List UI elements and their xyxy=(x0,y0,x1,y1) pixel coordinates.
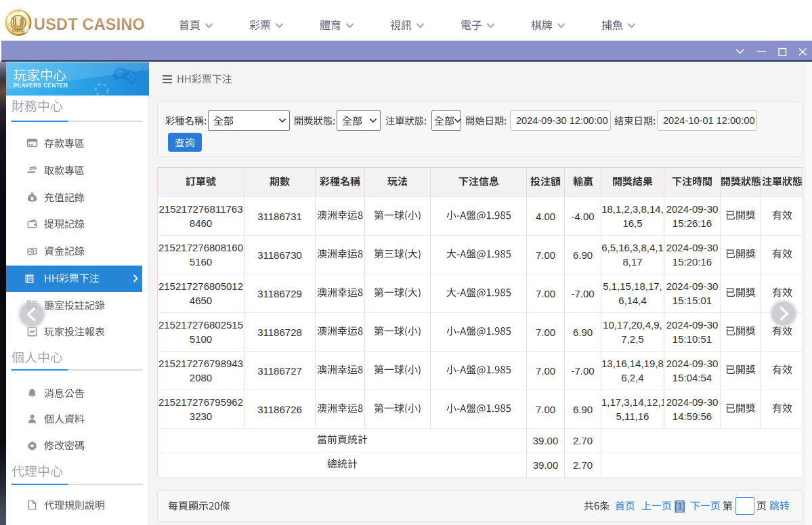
svg-text:CASINO: CASINO xyxy=(12,28,24,33)
